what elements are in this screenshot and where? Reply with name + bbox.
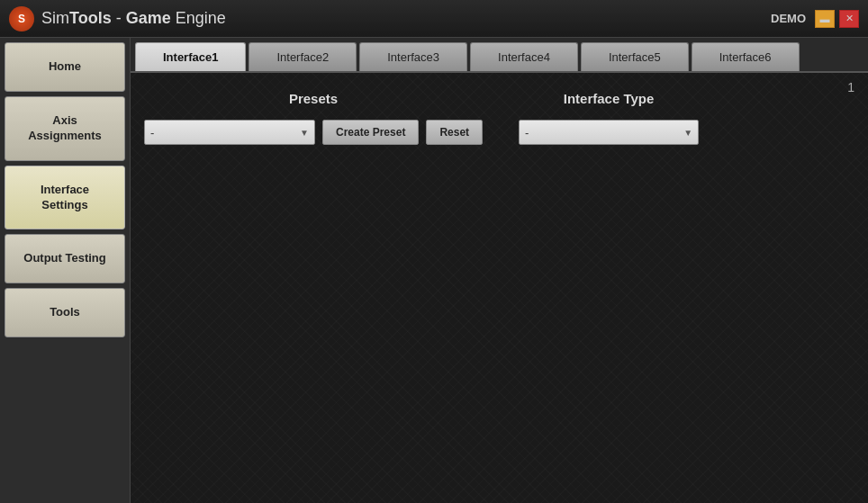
tab-interface2[interactable]: Interface2 (249, 42, 357, 71)
presets-dropdown-arrow-icon: ▼ (300, 128, 309, 138)
sidebar-item-interface-settings[interactable]: InterfaceSettings (5, 166, 125, 230)
presets-dropdown-value: - (150, 126, 154, 139)
close-button[interactable]: ✕ (839, 10, 859, 28)
demo-label: DEMO (771, 12, 806, 25)
interface-type-section: Interface Type - ▼ (519, 91, 699, 145)
minimize-button[interactable]: ▬ (815, 10, 835, 28)
tab-interface5[interactable]: Interface5 (581, 42, 689, 71)
presets-dropdown[interactable]: - ▼ (144, 120, 315, 145)
panel-number: 1 (847, 80, 854, 94)
title-controls: DEMO ▬ ✕ (771, 10, 859, 28)
interface-type-title: Interface Type (519, 91, 699, 106)
sidebar-item-axis-assignments[interactable]: AxisAssignments (5, 96, 125, 161)
reset-button[interactable]: Reset (426, 120, 483, 145)
sidebar-item-output-testing[interactable]: Output Testing (5, 234, 125, 283)
sidebar-item-home[interactable]: Home (5, 42, 125, 92)
app-title: SimTools - Game Engine (41, 9, 226, 28)
interface-type-dropdown-arrow-icon: ▼ (683, 128, 692, 138)
app-name-sim: Sim (41, 9, 69, 27)
interface-type-dropdown[interactable]: - ▼ (519, 120, 699, 145)
main-layout: Home AxisAssignments InterfaceSettings O… (0, 38, 868, 503)
interface-type-dropdown-value: - (525, 126, 529, 139)
main-panel: 1 Presets - ▼ Create Preset Reset (131, 73, 868, 503)
panel-content: Presets - ▼ Create Preset Reset Interfac… (144, 91, 854, 145)
tab-interface1[interactable]: Interface1 (135, 42, 246, 71)
tab-interface6[interactable]: Interface6 (692, 42, 800, 71)
presets-section: Presets - ▼ Create Preset Reset (144, 91, 483, 145)
sidebar: Home AxisAssignments InterfaceSettings O… (0, 38, 131, 503)
content-area: Interface1 Interface2 Interface3 Interfa… (131, 38, 868, 503)
title-bar: S SimTools - Game Engine DEMO ▬ ✕ (0, 0, 868, 38)
create-preset-button[interactable]: Create Preset (322, 120, 419, 145)
tab-interface3[interactable]: Interface3 (359, 42, 467, 71)
app-name-game: Game (126, 9, 171, 27)
app-logo: S (9, 6, 34, 31)
presets-controls: - ▼ Create Preset Reset (144, 120, 483, 145)
app-name-tools: Tools (69, 9, 112, 27)
sidebar-item-tools[interactable]: Tools (5, 288, 125, 337)
presets-title: Presets (144, 91, 483, 106)
tab-interface4[interactable]: Interface4 (470, 42, 578, 71)
tab-bar: Interface1 Interface2 Interface3 Interfa… (131, 38, 868, 73)
